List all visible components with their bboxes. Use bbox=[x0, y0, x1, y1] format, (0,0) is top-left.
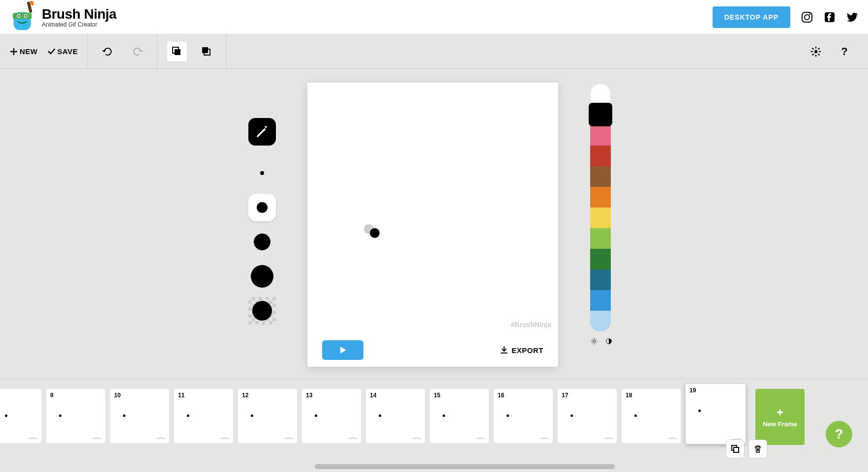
frame-number: 11 bbox=[178, 392, 184, 399]
frame-thumbnail[interactable]: 10 bbox=[110, 389, 169, 443]
frame-grip bbox=[412, 438, 421, 439]
help-button[interactable]: ? bbox=[835, 42, 854, 61]
onion-forward-button[interactable] bbox=[197, 42, 216, 61]
color-swatch[interactable] bbox=[590, 187, 611, 207]
brush-size-option[interactable] bbox=[248, 297, 276, 324]
svg-line-23 bbox=[818, 48, 820, 49]
svg-line-29 bbox=[592, 339, 592, 339]
settings-button[interactable] bbox=[806, 42, 826, 61]
duplicate-frame-button[interactable] bbox=[726, 440, 745, 458]
brand: Brush Ninja Animated Gif Creator bbox=[5, 0, 117, 34]
brush-mark bbox=[370, 228, 380, 238]
frame-thumbnail[interactable]: 13 bbox=[302, 389, 361, 443]
color-swatch[interactable] bbox=[590, 207, 611, 228]
frame-number: 13 bbox=[306, 392, 312, 399]
new-button[interactable]: NEW bbox=[10, 47, 38, 56]
frame-grip bbox=[476, 438, 485, 439]
facebook-icon[interactable] bbox=[824, 11, 836, 23]
color-swatch[interactable] bbox=[590, 249, 611, 269]
color-swatch[interactable] bbox=[590, 290, 611, 311]
color-swatch[interactable] bbox=[590, 146, 611, 166]
brush-tools bbox=[248, 118, 276, 324]
save-button[interactable]: SAVE bbox=[48, 47, 78, 56]
svg-line-30 bbox=[596, 343, 596, 343]
frame-thumbnail[interactable]: 17 bbox=[558, 389, 617, 443]
frames-scrollbar[interactable] bbox=[0, 463, 859, 470]
svg-point-8 bbox=[805, 15, 809, 20]
color-swatch[interactable] bbox=[590, 84, 611, 104]
drawing-canvas[interactable]: #BrushNinja bbox=[307, 83, 558, 333]
frame-thumbnail[interactable]: 15 bbox=[430, 389, 489, 443]
duplicate-icon bbox=[731, 444, 740, 453]
draw-tool[interactable] bbox=[248, 118, 276, 146]
frame-thumbnail[interactable]: 12 bbox=[238, 389, 297, 443]
brush-size-option[interactable] bbox=[248, 194, 276, 221]
frame-thumbnail[interactable]: 19 bbox=[686, 384, 746, 444]
undo-button[interactable] bbox=[98, 42, 118, 61]
svg-point-5 bbox=[25, 15, 27, 16]
frame-thumbnail[interactable]: 11 bbox=[174, 389, 233, 443]
frame-number: 18 bbox=[626, 392, 632, 399]
desktop-app-button[interactable]: DESKTOP APP bbox=[713, 6, 790, 28]
svg-line-21 bbox=[818, 54, 820, 55]
frame-content-dot bbox=[507, 414, 509, 417]
frame-grip bbox=[540, 438, 549, 439]
frame-grip bbox=[668, 438, 677, 439]
help-fab[interactable]: ? bbox=[826, 421, 852, 447]
svg-line-32 bbox=[596, 339, 596, 339]
frame-number: 14 bbox=[370, 392, 376, 399]
trash-icon bbox=[753, 444, 762, 453]
redo-button[interactable] bbox=[127, 42, 147, 61]
color-swatch[interactable] bbox=[589, 103, 612, 126]
dark-mode-icon[interactable] bbox=[605, 337, 613, 345]
frame-content-dot bbox=[5, 414, 7, 417]
frames-bar: 8910111213141516171819+New Frame bbox=[0, 379, 868, 472]
color-swatch[interactable] bbox=[590, 228, 611, 249]
frame-content-dot bbox=[187, 414, 189, 417]
frame-content-dot bbox=[59, 414, 61, 417]
frame-thumbnail[interactable]: 14 bbox=[366, 389, 425, 443]
new-frame-button[interactable]: +New Frame bbox=[755, 389, 805, 445]
frame-number: 15 bbox=[434, 392, 440, 399]
export-label: EXPORT bbox=[511, 346, 543, 354]
frame-number: 9 bbox=[50, 392, 54, 399]
frame-thumbnail[interactable]: 8 bbox=[0, 389, 41, 443]
onion-back-button[interactable] bbox=[167, 42, 187, 61]
color-swatch[interactable] bbox=[590, 166, 611, 187]
twitter-icon[interactable] bbox=[846, 11, 858, 23]
frame-content-dot bbox=[634, 414, 637, 417]
brush-size-option[interactable] bbox=[248, 159, 276, 187]
frame-thumbnail[interactable]: 9 bbox=[46, 389, 105, 443]
watermark: #BrushNinja bbox=[511, 321, 551, 328]
pencil-icon bbox=[255, 124, 269, 139]
new-button-label: NEW bbox=[20, 47, 38, 56]
brand-title: Brush Ninja bbox=[42, 6, 117, 22]
question-icon: ? bbox=[841, 45, 847, 58]
undo-icon bbox=[102, 46, 114, 58]
frame-content-dot bbox=[123, 414, 125, 417]
color-swatch[interactable] bbox=[590, 311, 611, 331]
frame-grip bbox=[92, 438, 101, 439]
onion-forward-icon bbox=[201, 46, 212, 57]
frame-content-dot bbox=[315, 414, 317, 417]
frame-thumbnail[interactable]: 16 bbox=[494, 389, 553, 443]
color-swatch[interactable] bbox=[590, 125, 611, 146]
play-button[interactable] bbox=[322, 340, 363, 360]
brush-size-option[interactable] bbox=[248, 228, 276, 256]
instagram-icon[interactable] bbox=[801, 11, 813, 23]
frame-number: 10 bbox=[114, 392, 120, 399]
svg-rect-1 bbox=[13, 13, 32, 19]
frame-content-dot bbox=[570, 414, 573, 417]
frame-number: 12 bbox=[242, 392, 248, 399]
save-button-label: SAVE bbox=[58, 47, 78, 56]
frame-thumbnail[interactable]: 18 bbox=[622, 389, 681, 443]
svg-line-20 bbox=[812, 48, 814, 49]
brush-size-dot bbox=[251, 265, 273, 288]
brush-size-option[interactable] bbox=[248, 263, 276, 290]
light-mode-icon[interactable] bbox=[590, 337, 598, 345]
export-button[interactable]: EXPORT bbox=[500, 346, 543, 354]
redo-icon bbox=[131, 46, 143, 58]
delete-frame-button[interactable] bbox=[748, 440, 767, 458]
color-palette bbox=[590, 84, 613, 345]
color-swatch[interactable] bbox=[590, 269, 611, 290]
